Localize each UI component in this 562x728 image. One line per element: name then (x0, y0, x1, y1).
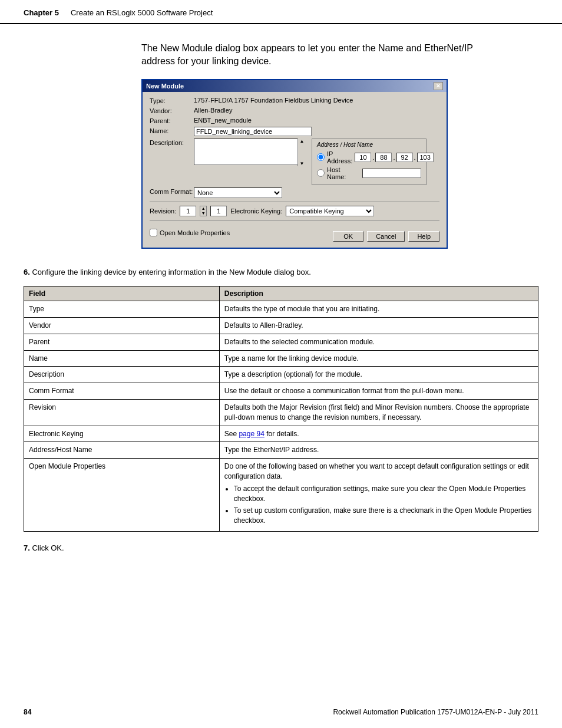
host-name-radio[interactable] (317, 169, 325, 177)
field-cell: Open Module Properties (24, 459, 220, 532)
revision-spinner[interactable]: ▲ ▼ (200, 206, 207, 216)
ip-field-4[interactable] (417, 153, 434, 162)
parent-label: Parent: (150, 117, 194, 124)
step-6-body: Configure the linking device by entering… (32, 268, 310, 276)
dialog-divider-2 (150, 220, 439, 220)
help-button[interactable]: Help (408, 231, 439, 242)
name-input[interactable] (194, 127, 312, 136)
desc-left: Description: ▲ ▼ (150, 139, 306, 166)
field-description-table: Field Description TypeDefaults the type … (24, 286, 538, 532)
revision-minor-field[interactable]: 1 (210, 206, 227, 216)
bottom-row: Open Module Properties OK Cancel Help (150, 224, 439, 242)
parent-value: ENBT_new_module (194, 117, 439, 124)
table-row: DescriptionType a description (optional)… (24, 367, 538, 383)
name-label: Name: (150, 127, 194, 134)
table-row: VendorDefaults to Allen-Bradley. (24, 318, 538, 334)
ip-field-1[interactable] (355, 153, 371, 162)
step-7-text: Click OK. (32, 543, 64, 552)
dialog-close-button[interactable]: ✕ (434, 82, 443, 90)
field-cell: Type (24, 301, 220, 318)
dialog-container: New Module ✕ Type: 1757-FFLD/A 1757 Foun… (141, 79, 538, 249)
main-content: The New Module dialog box appears to let… (0, 24, 562, 570)
dialog-divider (150, 202, 439, 202)
list-item: To set up custom configuration, make sur… (234, 506, 533, 526)
list-item: To accept the default configuration sett… (234, 484, 533, 504)
ip-address-radio[interactable] (317, 153, 325, 161)
description-cell: Do one of the following based on whether… (219, 459, 538, 532)
comm-format-row: Comm Format: None (150, 187, 439, 198)
textarea-scrollbar: ▲ ▼ (297, 139, 306, 166)
footer-page-number: 84 (24, 708, 31, 716)
ip-dot-1: . (372, 154, 374, 161)
ip-field-2[interactable] (375, 153, 392, 162)
description-cell: Type the EtherNet/IP address. (219, 442, 538, 459)
dialog-buttons: OK Cancel Help (333, 229, 439, 242)
step-7-number: 7. (24, 543, 30, 552)
revision-major-field[interactable]: 1 (180, 206, 196, 216)
description-cell: Use the default or choose a communicatio… (219, 383, 538, 400)
open-module-label: Open Module Properties (160, 229, 230, 236)
dialog-title: New Module (146, 83, 184, 90)
vendor-label: Vendor: (150, 107, 194, 114)
table-row: Address/Host NameType the EtherNet/IP ad… (24, 442, 538, 459)
table-row: TypeDefaults the type of module that you… (24, 301, 538, 318)
footer-publication: Rockwell Automation Publication 1757-UM0… (333, 708, 538, 716)
ip-dot-2: . (393, 154, 395, 161)
ok-button[interactable]: OK (333, 231, 363, 242)
description-cell: Defaults the type of module that you are… (219, 301, 538, 318)
comm-format-select[interactable]: None (194, 187, 282, 198)
page-link[interactable]: page 94 (239, 430, 264, 438)
field-cell: Revision (24, 400, 220, 426)
field-cell: Address/Host Name (24, 442, 220, 459)
open-module-checkbox[interactable] (150, 229, 157, 236)
table-row: Comm FormatUse the default or choose a c… (24, 383, 538, 400)
dialog-titlebar: New Module ✕ (143, 80, 447, 92)
open-module-row: Open Module Properties (150, 229, 230, 236)
page-footer: 84 Rockwell Automation Publication 1757-… (0, 708, 562, 716)
type-row: Type: 1757-FFLD/A 1757 Foundation Fieldb… (150, 97, 439, 104)
field-cell: Vendor (24, 318, 220, 334)
desc-label: Description: (150, 139, 194, 146)
elec-keying-select[interactable]: Compatible Keying (286, 206, 374, 216)
ip-fields: . . . (355, 153, 433, 162)
host-name-row: Host Name: (317, 166, 421, 180)
address-title: Address / Host Name (317, 141, 421, 148)
table-row: RevisionDefaults both the Major Revision… (24, 400, 538, 426)
step-6-number: 6. (24, 268, 30, 276)
table-row: ParentDefaults to the selected communica… (24, 334, 538, 350)
spin-down-icon[interactable]: ▼ (200, 211, 206, 216)
new-module-dialog: New Module ✕ Type: 1757-FFLD/A 1757 Foun… (141, 79, 448, 249)
table-header-row: Field Description (24, 286, 538, 301)
col-field-header: Field (24, 286, 220, 301)
revision-row: Revision: 1 ▲ ▼ 1 Electronic Keying: Com… (150, 206, 439, 216)
spin-up-icon[interactable]: ▲ (200, 206, 206, 211)
step-6-text: 6. Configure the linking device by enter… (24, 266, 538, 278)
chapter-title: Create an RSLogix 5000 Software Project (71, 8, 213, 17)
description-cell: Type a name for the linking device modul… (219, 350, 538, 367)
description-cell: Defaults to the selected communication m… (219, 334, 538, 350)
field-cell: Parent (24, 334, 220, 350)
field-cell: Electronic Keying (24, 426, 220, 442)
desc-addr-row: Description: ▲ ▼ Address / Host Name (150, 139, 439, 185)
revision-label: Revision: (150, 207, 176, 215)
ip-dot-3: . (414, 154, 416, 161)
bullet-list: To accept the default configuration sett… (224, 484, 533, 526)
ip-address-row: IP Address: . . . (317, 150, 421, 164)
type-value: 1757-FFLD/A 1757 Foundation Fieldbus Lin… (194, 97, 439, 104)
ip-address-label: IP Address: (327, 150, 352, 164)
vendor-value: Allen-Bradley (194, 107, 439, 114)
address-section: Address / Host Name IP Address: . . (312, 139, 427, 185)
col-desc-header: Description (219, 286, 538, 301)
desc-intro: Do one of the following based on whether… (224, 462, 529, 480)
description-textarea[interactable] (194, 139, 306, 165)
dialog-body: Type: 1757-FFLD/A 1757 Foundation Fieldb… (143, 92, 447, 248)
description-cell: Defaults both the Major Revision (first … (219, 400, 538, 426)
description-cell: Type a description (optional) for the mo… (219, 367, 538, 383)
ip-field-3[interactable] (396, 153, 413, 162)
host-name-input[interactable] (362, 169, 421, 178)
host-name-label: Host Name: (327, 166, 360, 180)
table-row: NameType a name for the linking device m… (24, 350, 538, 367)
chapter-label: Chapter 5 (24, 8, 59, 17)
cancel-button[interactable]: Cancel (367, 231, 405, 242)
field-cell: Comm Format (24, 383, 220, 400)
